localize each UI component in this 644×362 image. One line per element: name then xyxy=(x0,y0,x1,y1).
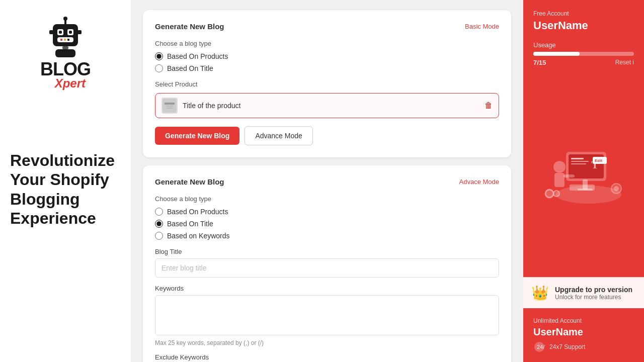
blog-title-label: Blog Title xyxy=(155,248,499,255)
product-title-input[interactable] xyxy=(183,102,485,110)
keywords-label: Keywords xyxy=(155,285,499,292)
desk-illustration: T Edit xyxy=(538,129,629,210)
blog-title-input[interactable] xyxy=(155,258,499,278)
svg-rect-18 xyxy=(167,108,173,109)
svg-point-34 xyxy=(545,190,553,198)
usage-numbers: 7/15 Reset i xyxy=(533,59,634,66)
radio2-title-input[interactable] xyxy=(155,220,163,228)
svg-text:Edit: Edit xyxy=(595,158,602,163)
svg-rect-11 xyxy=(49,30,53,34)
svg-rect-16 xyxy=(165,103,175,105)
exclude-keywords-label: Exclude Keywords xyxy=(155,353,499,361)
svg-point-35 xyxy=(553,191,559,197)
support-row: 24/7 24x7 Support xyxy=(533,341,634,353)
svg-point-10 xyxy=(63,17,67,21)
upgrade-text-wrap: Upgrade to pro version Unlock for more f… xyxy=(555,286,632,301)
exclude-keywords-group: Exclude Keywords xyxy=(155,353,499,362)
right-panel: Free Account UserName Useage 7/15 Reset … xyxy=(523,0,644,362)
svg-rect-0 xyxy=(53,24,78,46)
radio-products-label: Based On Products xyxy=(167,52,228,60)
svg-text:24/7: 24/7 xyxy=(537,344,545,350)
svg-rect-30 xyxy=(570,185,595,191)
select-product-label: Select Product xyxy=(155,80,499,88)
product-thumb-icon xyxy=(163,99,177,113)
username-display: UserName xyxy=(533,19,634,32)
tagline-text: Revolutionize Your Shopify Blogging Expe… xyxy=(10,151,121,228)
generate-blog-button[interactable]: Generate New Blog xyxy=(155,127,239,145)
advance-mode-link[interactable]: Advace Mode xyxy=(459,178,500,186)
svg-point-31 xyxy=(553,161,566,173)
svg-rect-24 xyxy=(571,158,584,159)
card2-blog-type-label: Choose a blog type xyxy=(155,195,499,203)
card1-title: Generate New Blog xyxy=(155,22,224,31)
svg-rect-25 xyxy=(571,161,589,162)
radio-products-input[interactable] xyxy=(155,52,163,60)
radio-title-label: Based On Title xyxy=(167,64,213,72)
robot-logo-icon xyxy=(45,15,86,60)
upgrade-title: Upgrade to pro version xyxy=(555,286,632,294)
crown-icon: 👑 xyxy=(531,285,549,301)
svg-rect-7 xyxy=(64,39,66,41)
usage-label: Useage xyxy=(533,41,634,49)
radio-based-on-title[interactable]: Based On Title xyxy=(155,64,499,72)
reset-link[interactable]: Reset i xyxy=(615,59,634,66)
card1-radio-group: Based On Products Based On Title xyxy=(155,52,499,72)
usage-current-display: 7/15 xyxy=(533,59,546,66)
keywords-hint: Max 25 key words, separated by (,) or (/… xyxy=(155,339,499,346)
svg-rect-32 xyxy=(554,173,565,187)
radio2-based-on-title[interactable]: Based On Title xyxy=(155,220,499,228)
radio-title-input[interactable] xyxy=(155,64,163,72)
card-advance-mode: Generate New Blog Advace Mode Choose a b… xyxy=(143,165,511,362)
advance-mode-button[interactable]: Advance Mode xyxy=(245,126,312,145)
support-icon: 24/7 xyxy=(533,341,545,353)
upgrade-banner[interactable]: 👑 Upgrade to pro version Unlock for more… xyxy=(523,277,644,308)
svg-rect-3 xyxy=(59,31,62,34)
main-content: Generate New Blog Basic Mode Choose a bl… xyxy=(131,0,523,362)
basic-mode-link[interactable]: Basic Mode xyxy=(465,23,499,30)
logo-blog-text: BLOG xyxy=(40,60,91,78)
svg-rect-4 xyxy=(69,31,72,34)
svg-point-37 xyxy=(614,186,619,191)
keywords-group: Keywords Max 25 key words, separated by … xyxy=(155,285,499,346)
radio2-based-on-keywords[interactable]: Based on Keywords xyxy=(155,232,499,240)
radio2-based-on-products[interactable]: Based On Products xyxy=(155,208,499,216)
svg-rect-12 xyxy=(77,30,82,34)
radio2-products-input[interactable] xyxy=(155,208,163,216)
card2-radio-group: Based On Products Based On Title Based o… xyxy=(155,208,499,240)
radio-based-on-products[interactable]: Based On Products xyxy=(155,52,499,60)
free-account-card: Free Account UserName Useage 7/15 Reset … xyxy=(523,0,644,277)
svg-rect-33 xyxy=(564,174,575,177)
svg-rect-13 xyxy=(62,46,68,49)
blog-title-group: Blog Title xyxy=(155,248,499,278)
usage-count: 7/15 xyxy=(533,59,546,66)
free-account-label: Free Account xyxy=(533,10,634,17)
product-selector[interactable]: 🗑 xyxy=(155,93,499,118)
svg-rect-26 xyxy=(571,163,586,164)
product-thumbnail xyxy=(162,98,178,114)
usage-progress-fill xyxy=(533,52,580,56)
delete-product-icon[interactable]: 🗑 xyxy=(485,101,493,110)
support-label: 24x7 Support xyxy=(549,343,585,350)
illustration-area: T Edit xyxy=(533,71,634,267)
usage-progress-bg xyxy=(533,52,634,56)
unlimited-username: UserName xyxy=(533,326,634,338)
radio2-keywords-input[interactable] xyxy=(155,232,163,240)
logo-xpert-text: Xpert xyxy=(55,76,86,90)
svg-rect-17 xyxy=(166,106,174,107)
card1-blog-type-label: Choose a blog type xyxy=(155,40,499,47)
radio2-products-label: Based On Products xyxy=(167,208,228,216)
card-basic-mode: Generate New Blog Basic Mode Choose a bl… xyxy=(143,10,511,157)
sidebar: BLOG Xpert Revolutionize Your Shopify Bl… xyxy=(0,0,131,362)
card1-actions: Generate New Blog Advance Mode xyxy=(155,126,499,145)
upgrade-sub: Unlock for more features xyxy=(555,294,632,301)
keywords-textarea[interactable] xyxy=(155,295,499,335)
radio2-keywords-label: Based on Keywords xyxy=(167,232,230,240)
svg-rect-14 xyxy=(55,49,75,57)
card2-header: Generate New Blog Advace Mode xyxy=(155,177,499,186)
radio2-title-label: Based On Title xyxy=(167,220,213,228)
unlimited-account-card: Unlimited Account UserName 24/7 24x7 Sup… xyxy=(523,308,644,362)
card1-header: Generate New Blog Basic Mode xyxy=(155,22,499,31)
unlimited-label: Unlimited Account xyxy=(533,317,634,324)
svg-rect-6 xyxy=(60,39,62,41)
card2-title: Generate New Blog xyxy=(155,177,224,186)
